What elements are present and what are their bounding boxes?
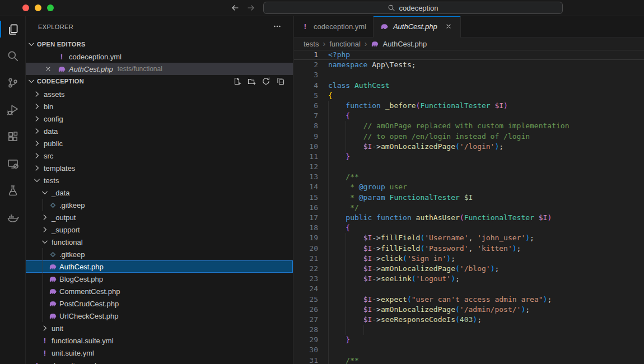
minimize-window-button[interactable] <box>35 4 41 11</box>
tree-item-PostCrudCest.php[interactable]: PostCrudCest.php <box>25 297 293 310</box>
php-elephant-icon <box>49 312 57 320</box>
command-center-search[interactable]: codeception <box>263 2 563 14</box>
activity-item-testing[interactable] <box>0 177 25 204</box>
tree-item-label: AuthCest.php <box>59 263 104 271</box>
php-elephant-icon <box>58 65 66 73</box>
tree-item-AuthCest.php[interactable]: AuthCest.php <box>25 260 293 273</box>
refresh-icon[interactable] <box>262 77 270 86</box>
open-editors-header[interactable]: OPEN EDITORS <box>25 38 293 50</box>
code-line-21[interactable]: 21 $I->click('Sign in'); <box>294 254 644 264</box>
code-line-2[interactable]: 2namespace App\Tests; <box>294 60 644 70</box>
open-editor-codeception.yml[interactable]: !codeception.yml <box>25 50 293 63</box>
tree-item-tests[interactable]: tests <box>25 174 293 186</box>
breadcrumb-item-tests[interactable]: tests <box>304 40 319 48</box>
code-line-8[interactable]: 8 // amOnPage replaced with custom imple… <box>294 121 644 131</box>
line-number: 14 <box>294 182 318 192</box>
maximize-window-button[interactable] <box>47 4 54 11</box>
activity-item-remote-explorer[interactable] <box>0 150 25 177</box>
code-line-7[interactable]: 7 { <box>294 111 644 121</box>
code-line-1[interactable]: 1<?php <box>294 50 644 60</box>
code-line-20[interactable]: 20 $I->fillField('Password', 'kitten'); <box>294 244 644 254</box>
code-line-12[interactable]: 12 <box>294 162 644 172</box>
code-line-23[interactable]: 23 $I->seeLink('Logout'); <box>294 274 644 284</box>
tab-codeception.yml[interactable]: !codeception.yml <box>294 16 374 37</box>
code-line-28[interactable]: 28 <box>294 325 644 335</box>
new-file-icon[interactable] <box>232 77 241 86</box>
code-line-31[interactable]: 31 /** <box>294 356 644 364</box>
tree-item-src[interactable]: src <box>25 150 293 162</box>
tree-item-UrlCheckCest.php[interactable]: UrlCheckCest.php <box>25 310 293 322</box>
code-line-13[interactable]: 13 /** <box>294 172 644 182</box>
code-line-11[interactable]: 11 } <box>294 152 644 162</box>
code-line-25[interactable]: 25 $I->expect("user can't access admin a… <box>294 295 644 305</box>
tree-item-BlogCest.php[interactable]: BlogCest.php <box>25 273 293 285</box>
line-number: 25 <box>294 295 318 305</box>
code-line-4[interactable]: 4class AuthCest <box>294 81 644 91</box>
code-line-27[interactable]: 27 $I->seeResponseCodeIs(403); <box>294 315 644 325</box>
collapse-all-icon[interactable] <box>276 77 285 86</box>
tree-item-label: templates <box>44 164 75 172</box>
tree-item-_data[interactable]: _data <box>25 186 293 199</box>
tree-item-_support[interactable]: _support <box>25 223 293 236</box>
new-folder-icon[interactable] <box>247 77 256 86</box>
close-icon[interactable] <box>445 22 454 31</box>
tree-item-unit.suite.yml[interactable]: !unit.suite.yml <box>25 347 293 359</box>
tree-item-config[interactable]: config <box>25 113 293 125</box>
tree-item-data[interactable]: data <box>25 125 293 137</box>
code-line-19[interactable]: 19 $I->fillField('Username', 'john_user'… <box>294 233 644 243</box>
breadcrumb-item-functional[interactable]: functional <box>329 40 361 48</box>
activity-item-docker[interactable] <box>0 204 25 231</box>
code-line-15[interactable]: 15 * @param FunctionalTester $I <box>294 193 644 203</box>
chevron-right-icon <box>32 102 42 111</box>
tree-item-label: PostCrudCest.php <box>59 300 119 308</box>
line-number: 10 <box>294 142 318 152</box>
activity-item-search[interactable] <box>0 43 25 69</box>
chevron-right-icon <box>32 127 42 136</box>
tree-item-CommentCest.php[interactable]: CommentCest.php <box>25 285 293 297</box>
breadcrumb-item-AuthCest.php[interactable]: AuthCest.php <box>371 40 427 48</box>
code-line-3[interactable]: 3 <box>294 70 644 80</box>
tree-item-templates[interactable]: templates <box>25 162 293 174</box>
code-line-30[interactable]: 30 <box>294 345 644 355</box>
tree-item-unit[interactable]: unit <box>25 322 293 334</box>
code-line-10[interactable]: 10 $I->amOnLocalizedPage('/login'); <box>294 142 644 152</box>
indent-guide <box>328 111 329 121</box>
activity-item-explorer[interactable] <box>0 16 25 43</box>
line-number: 12 <box>294 162 318 172</box>
more-actions-icon[interactable] <box>273 22 282 31</box>
code-line-9[interactable]: 9 // to open /en/login instead of /login <box>294 132 644 142</box>
close-window-button[interactable] <box>22 4 29 11</box>
activity-item-run-debug[interactable] <box>0 96 25 123</box>
activity-item-source-control[interactable] <box>0 69 25 96</box>
indent-guide <box>346 254 346 264</box>
tree-item-bin[interactable]: bin <box>25 100 293 113</box>
tree-item-functional[interactable]: functional <box>25 236 293 248</box>
code-area[interactable]: 1<?php2namespace App\Tests;34class AuthC… <box>294 50 644 364</box>
tree-item-_output[interactable]: _output <box>25 211 293 223</box>
chevron-right-icon <box>32 164 42 172</box>
close-icon[interactable] <box>44 64 57 73</box>
code-line-24[interactable]: 24 <box>294 284 644 294</box>
code-line-22[interactable]: 22 $I->amOnLocalizedPage('/blog'); <box>294 264 644 274</box>
tree-item-.gitkeep[interactable]: .gitkeep <box>25 199 293 211</box>
code-line-29[interactable]: 29 } <box>294 335 644 345</box>
navigate-forward-icon[interactable] <box>246 3 255 12</box>
indent-guide <box>346 142 346 152</box>
tab-AuthCest.php[interactable]: AuthCest.php <box>374 16 461 38</box>
activity-item-extensions[interactable] <box>0 123 25 150</box>
navigate-back-icon[interactable] <box>231 3 240 12</box>
tree-item-codeception.yml[interactable]: !codeception.yml <box>25 359 293 364</box>
code-line-6[interactable]: 6 function _before(FunctionalTester $I) <box>294 101 644 111</box>
tree-item-public[interactable]: public <box>25 137 293 150</box>
code-line-18[interactable]: 18 { <box>294 223 644 233</box>
code-line-14[interactable]: 14 * @group user <box>294 182 644 192</box>
code-line-17[interactable]: 17 public function authAsUser(Functional… <box>294 213 644 223</box>
code-line-5[interactable]: 5{ <box>294 91 644 101</box>
code-line-16[interactable]: 16 */ <box>294 203 644 213</box>
open-editor-AuthCest.php[interactable]: AuthCest.phptests/functional <box>25 63 293 75</box>
tree-item-assets[interactable]: assets <box>25 88 293 100</box>
tree-item-functional.suite.yml[interactable]: !functional.suite.yml <box>25 334 293 347</box>
testing-icon <box>7 184 19 197</box>
code-line-26[interactable]: 26 $I->amOnLocalizedPage('/admin/post/')… <box>294 305 644 315</box>
tree-item-.gitkeep[interactable]: .gitkeep <box>25 248 293 260</box>
